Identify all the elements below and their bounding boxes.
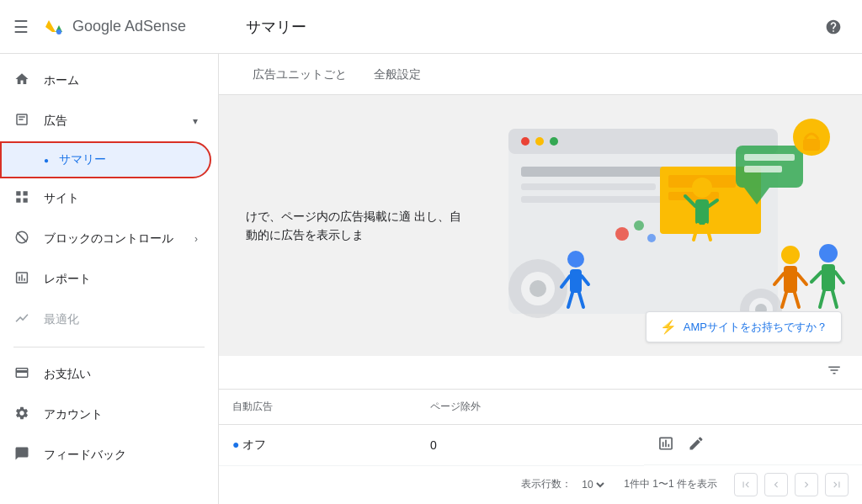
rows-per-page-select[interactable]: 10 25 50 bbox=[578, 478, 607, 491]
main-layout: ホーム 広告 ▾ ● サマリー サイト ブロックのコントロール › bbox=[0, 54, 862, 504]
svg-point-28 bbox=[567, 251, 584, 268]
first-page-button[interactable] bbox=[734, 473, 758, 496]
sidebar-item-account[interactable]: アカウント bbox=[0, 395, 211, 435]
amp-button[interactable]: ⚡ AMPサイトをお持ちですか？ bbox=[646, 311, 842, 342]
col-actions bbox=[644, 390, 862, 425]
svg-line-45 bbox=[795, 293, 799, 307]
sidebar-item-label-site: サイト bbox=[44, 191, 79, 206]
tabs-bar: 広告ユニットごと 全般設定 bbox=[219, 54, 862, 95]
svg-point-7 bbox=[521, 137, 529, 146]
action-buttons bbox=[644, 425, 862, 465]
svg-rect-12 bbox=[521, 196, 673, 203]
header-left: ☰ Google AdSense bbox=[13, 15, 232, 39]
sidebar-item-label-ads: 広告 bbox=[44, 114, 67, 129]
sidebar-item-label-reports: レポート bbox=[44, 272, 91, 287]
amp-button-label: AMPサイトをお持ちですか？ bbox=[684, 320, 827, 335]
page-title: サマリー bbox=[232, 17, 818, 37]
tab-ad-unit[interactable]: 広告ユニットごと bbox=[239, 57, 360, 95]
brand-name: Google AdSense bbox=[72, 18, 186, 35]
col-auto-ads: 自動広告 bbox=[219, 390, 417, 425]
svg-point-24 bbox=[529, 280, 546, 297]
svg-rect-2 bbox=[19, 119, 23, 120]
sidebar-divider bbox=[13, 347, 205, 347]
sidebar-item-optimize: 最適化 bbox=[0, 300, 211, 340]
reports-icon bbox=[13, 270, 30, 289]
svg-point-46 bbox=[819, 244, 838, 263]
amp-icon: ⚡ bbox=[660, 319, 677, 335]
svg-rect-21 bbox=[803, 139, 820, 151]
sidebar-item-payment[interactable]: お支払い bbox=[0, 354, 211, 395]
tab-general[interactable]: 全般設定 bbox=[360, 57, 434, 95]
sidebar-item-label-payment: お支払い bbox=[44, 367, 91, 382]
block-control-icon bbox=[13, 230, 30, 249]
question-mark-icon bbox=[825, 19, 842, 35]
sidebar-item-feedback[interactable]: フィードバック bbox=[0, 435, 211, 475]
feedback-icon bbox=[13, 446, 30, 465]
svg-line-50 bbox=[820, 291, 824, 307]
site-icon bbox=[13, 189, 30, 209]
ads-icon bbox=[13, 112, 30, 131]
filter-icon[interactable] bbox=[827, 363, 842, 382]
data-table: 自動広告 ページ除外 ● オフ 0 bbox=[219, 390, 862, 466]
top-header: ☰ Google AdSense サマリー bbox=[0, 0, 862, 54]
svg-rect-29 bbox=[570, 269, 582, 293]
table-header-row: 自動広告 ページ除外 bbox=[219, 390, 862, 425]
header-right bbox=[818, 12, 849, 42]
chart-button[interactable] bbox=[657, 435, 674, 454]
sidebar-item-site[interactable]: サイト bbox=[0, 178, 211, 219]
home-icon bbox=[13, 72, 30, 91]
svg-line-48 bbox=[811, 272, 822, 282]
last-page-button[interactable] bbox=[825, 473, 849, 496]
google-adsense-logo bbox=[42, 15, 66, 39]
sidebar-item-label-summary: サマリー bbox=[59, 152, 106, 167]
sidebar-item-label-account: アカウント bbox=[44, 407, 103, 422]
prev-page-button[interactable] bbox=[764, 473, 788, 496]
svg-rect-47 bbox=[822, 264, 835, 291]
data-table-container: 自動広告 ページ除外 ● オフ 0 bbox=[219, 390, 862, 466]
sidebar-item-reports[interactable]: レポート bbox=[0, 259, 211, 300]
svg-point-9 bbox=[550, 137, 558, 146]
svg-line-51 bbox=[833, 291, 837, 307]
svg-point-0 bbox=[56, 29, 61, 34]
sidebar-item-block-control[interactable]: ブロックのコントロール › bbox=[0, 219, 211, 259]
svg-rect-11 bbox=[521, 183, 656, 190]
sidebar-item-home[interactable]: ホーム bbox=[0, 61, 211, 101]
svg-point-34 bbox=[692, 178, 712, 198]
pagination-info: 1件中 1〜1 件を表示 bbox=[624, 477, 717, 491]
filter-row bbox=[219, 356, 862, 390]
svg-rect-1 bbox=[19, 116, 25, 118]
block-expand-icon: › bbox=[194, 233, 198, 245]
svg-point-54 bbox=[647, 234, 656, 242]
help-button[interactable] bbox=[818, 12, 849, 42]
sidebar-item-ads[interactable]: 広告 ▾ bbox=[0, 101, 211, 141]
svg-point-8 bbox=[535, 137, 544, 146]
svg-rect-18 bbox=[744, 154, 795, 161]
ads-expand-icon: ▾ bbox=[193, 115, 198, 127]
status-dot: ● bbox=[232, 438, 239, 451]
svg-line-44 bbox=[782, 293, 786, 307]
main-content: けで、ページ内の広告掲載に適 出し、自動的に広告を表示しま bbox=[219, 95, 862, 504]
sidebar-subitem-summary[interactable]: ● サマリー bbox=[0, 141, 211, 178]
sidebar-item-label-block: ブロックのコントロール bbox=[44, 231, 173, 247]
page-exclude-value: 0 bbox=[417, 425, 644, 466]
svg-point-40 bbox=[781, 246, 800, 264]
pagination-row: 表示行数： 10 25 50 1件中 1〜1 件を表示 bbox=[219, 466, 862, 503]
svg-line-43 bbox=[797, 273, 806, 284]
col-page-exclude: ページ除外 bbox=[417, 390, 644, 425]
menu-icon[interactable]: ☰ bbox=[13, 17, 29, 37]
optimize-icon bbox=[13, 310, 30, 330]
brand: Google AdSense bbox=[42, 15, 186, 39]
svg-point-53 bbox=[634, 220, 644, 231]
account-icon bbox=[13, 406, 30, 425]
edit-button[interactable] bbox=[688, 435, 705, 454]
content-area: 広告ユニットごと 全般設定 けで、ページ内の広告掲載に適 出し、自動的に広告を表… bbox=[219, 54, 862, 504]
svg-line-49 bbox=[835, 272, 843, 283]
svg-rect-19 bbox=[744, 166, 782, 172]
svg-rect-35 bbox=[695, 199, 709, 225]
next-page-button[interactable] bbox=[795, 473, 818, 496]
auto-ads-value: ● オフ bbox=[219, 425, 417, 466]
banner-area: けで、ページ内の広告掲載に適 出し、自動的に広告を表示しま bbox=[219, 95, 862, 356]
sidebar-item-label-home: ホーム bbox=[44, 73, 79, 88]
svg-point-52 bbox=[615, 227, 629, 241]
sidebar: ホーム 広告 ▾ ● サマリー サイト ブロックのコントロール › bbox=[0, 54, 219, 504]
